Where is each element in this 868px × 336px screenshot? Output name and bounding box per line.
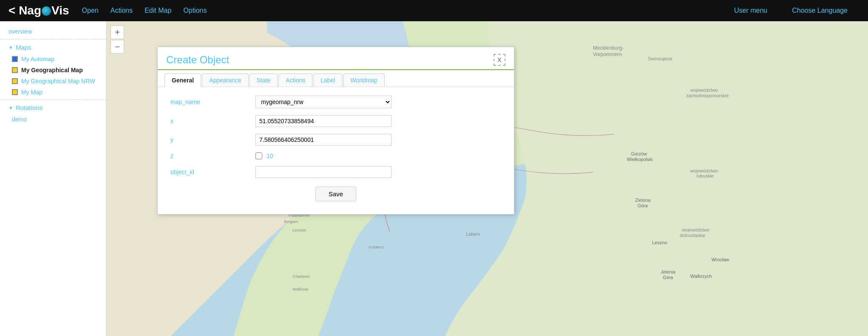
geo-map-nrw-icon: [12, 78, 18, 84]
map-name-control: mygeomap_nrw: [255, 96, 501, 108]
zoom-out-button[interactable]: −: [111, 40, 124, 54]
nav-user-menu[interactable]: User menu: [734, 7, 767, 14]
demo-label: demo: [12, 116, 27, 123]
svg-text:Góra: Góra: [637, 203, 648, 208]
geo-map-label: My Geographical Map: [21, 67, 83, 73]
y-input[interactable]: [255, 134, 391, 146]
svg-text:Wielkopolski: Wielkopolski: [627, 157, 653, 162]
sidebar-item-my-map[interactable]: My Map: [0, 87, 106, 98]
x-control: [255, 115, 501, 127]
object-id-input[interactable]: [255, 166, 391, 178]
map-area: Hamburg Schwerin Den Haag Amsterdam Dord…: [106, 21, 868, 336]
dialog-close-button[interactable]: X: [494, 54, 505, 66]
svg-text:województwo: województwo: [690, 88, 718, 93]
automap-icon: [12, 56, 18, 62]
svg-text:zachodniopomorskie: zachodniopomorskie: [686, 93, 729, 98]
form-row-x: x: [170, 115, 501, 127]
object-id-control: [255, 166, 501, 178]
sidebar-item-my-geographical-map-nrw[interactable]: My Geographical Map NRW: [0, 76, 106, 87]
map-controls: + −: [111, 25, 124, 54]
zoom-in-button[interactable]: +: [111, 25, 124, 39]
tab-general[interactable]: General: [165, 73, 201, 87]
my-map-label: My Map: [21, 89, 43, 96]
tab-label[interactable]: Label: [313, 73, 342, 87]
rotations-arrow-icon: ▼: [9, 105, 13, 110]
rotations-section-label: Rotations: [16, 104, 43, 111]
svg-text:dolnoslaskie: dolnoslaskie: [680, 233, 705, 238]
map-name-label: map_name: [170, 99, 255, 105]
svg-text:Vorpommern: Vorpommern: [593, 51, 622, 57]
geo-map-icon: [12, 67, 18, 73]
form-row-y: y: [170, 134, 501, 146]
sidebar-item-demo[interactable]: demo: [0, 114, 106, 125]
svg-text:Gorzów: Gorzów: [631, 151, 647, 156]
map-name-select[interactable]: mygeomap_nrw: [255, 96, 391, 108]
sidebar-overview[interactable]: overview: [0, 25, 106, 37]
nav-edit-map[interactable]: Edit Map: [145, 7, 171, 14]
svg-text:Leuven: Leuven: [292, 228, 306, 232]
x-input[interactable]: [255, 115, 391, 127]
save-button[interactable]: Save: [315, 186, 356, 201]
tab-worldmap[interactable]: Worldmap: [343, 73, 385, 87]
z-value: 10: [267, 152, 273, 159]
logo-icon: [42, 6, 51, 16]
sidebar-item-my-automap[interactable]: My Automap: [0, 54, 106, 65]
object-id-label: object_id: [170, 169, 255, 175]
svg-text:Mecklenburg-: Mecklenburg-: [593, 45, 624, 51]
dialog-tabs: General Appearance State Actions Label W…: [158, 70, 514, 87]
svg-text:województwo: województwo: [681, 227, 709, 232]
dialog-title: Create Object: [166, 54, 229, 66]
y-label: y: [170, 136, 255, 143]
svg-text:Zielona: Zielona: [635, 198, 651, 203]
svg-text:Wallonie: Wallonie: [292, 287, 309, 291]
svg-text:Koblenz: Koblenz: [369, 245, 384, 249]
x-label: x: [170, 118, 255, 124]
top-navigation: < NagVis Open Actions Edit Map Options U…: [0, 0, 868, 21]
my-map-icon: [12, 89, 18, 95]
logo-text: < NagVis: [9, 4, 69, 17]
form-row-object-id: object_id: [170, 166, 501, 178]
sidebar: overview ▼ Maps My Automap My Geographic…: [0, 21, 106, 336]
automap-label: My Automap: [21, 56, 54, 62]
svg-text:Belgien: Belgien: [284, 219, 298, 224]
svg-text:Labem: Labem: [466, 232, 480, 237]
nav-options[interactable]: Options: [183, 7, 207, 14]
svg-text:województwo: województwo: [690, 168, 718, 173]
form-row-map-name: map_name mygeomap_nrw: [170, 96, 501, 108]
maps-arrow-icon: ▼: [9, 45, 13, 50]
maps-section-label: Maps: [16, 44, 31, 51]
nav-open[interactable]: Open: [82, 7, 99, 14]
svg-text:Jelenia: Jelenia: [661, 270, 676, 275]
svg-text:Góra: Góra: [663, 275, 673, 280]
geo-map-nrw-label: My Geographical Map NRW: [21, 78, 95, 85]
z-checkbox[interactable]: [255, 152, 262, 159]
dialog-content: map_name mygeomap_nrw x y: [158, 87, 514, 214]
sidebar-section-rotations[interactable]: ▼ Rotations: [0, 102, 106, 114]
svg-text:Swinoujscie: Swinoujscie: [648, 56, 672, 61]
z-label: z: [170, 152, 255, 159]
svg-text:Charleroi: Charleroi: [292, 274, 309, 279]
svg-text:Walbrzych: Walbrzych: [690, 274, 712, 279]
form-row-z: z 10: [170, 152, 501, 159]
svg-text:lubuskie: lubuskie: [697, 174, 714, 179]
tab-state[interactable]: State: [250, 73, 278, 87]
nav-choose-language[interactable]: Choose Language: [792, 7, 848, 14]
svg-text:Wrocław: Wrocław: [712, 257, 729, 262]
tab-actions[interactable]: Actions: [278, 73, 312, 87]
y-control: [255, 134, 501, 146]
svg-text:Leszno: Leszno: [652, 240, 667, 245]
logo: < NagVis: [9, 4, 69, 17]
z-control: 10: [255, 152, 501, 159]
sidebar-section-maps[interactable]: ▼ Maps: [0, 41, 106, 54]
nav-actions[interactable]: Actions: [111, 7, 133, 14]
main-layout: overview ▼ Maps My Automap My Geographic…: [0, 21, 868, 336]
create-object-dialog: Create Object X General Appearance State…: [157, 47, 514, 215]
sidebar-item-my-geographical-map[interactable]: My Geographical Map: [0, 65, 106, 76]
tab-appearance[interactable]: Appearance: [202, 73, 249, 87]
dialog-header: Create Object X: [158, 47, 514, 69]
